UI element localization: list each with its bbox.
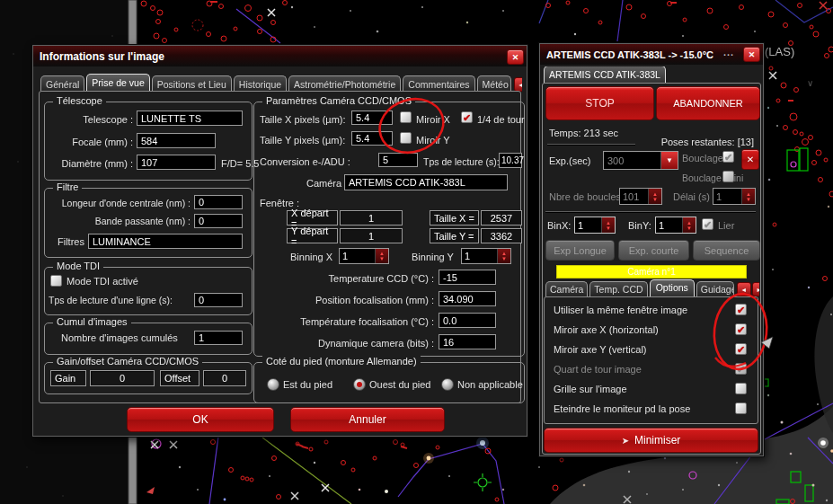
opt-grille-label: Grille sur l'image: [554, 384, 627, 394]
tab-guidage[interactable]: Guidage: [696, 281, 734, 296]
focale-field[interactable]: 584: [137, 133, 216, 148]
tab-options[interactable]: Options: [650, 279, 695, 296]
dropdown-icon[interactable]: ▼: [660, 152, 678, 169]
minimiser-button[interactable]: ➤ Minimiser: [544, 428, 758, 453]
tab-positions-et-lieu[interactable]: Positions et Lieu: [152, 75, 232, 92]
position-focalisation-field[interactable]: 34.090: [439, 291, 496, 306]
spinner-arrows-icon[interactable]: ▲▼: [648, 189, 661, 204]
taille-x-win-field[interactable]: 2537: [481, 210, 522, 225]
nombre-field[interactable]: 1: [194, 331, 243, 345]
bouclage-infini-checkbox[interactable]: [722, 171, 734, 182]
camera-label: Caméra: [306, 178, 341, 189]
subtab-scroll-left-icon[interactable]: ◄: [737, 282, 751, 296]
conversion-field[interactable]: 5: [378, 153, 418, 167]
annuler-button[interactable]: Annuler: [290, 407, 445, 432]
biny-spinner[interactable]: 1 ▲▼: [655, 217, 696, 234]
temp-focalisation-field[interactable]: 0.0: [439, 313, 496, 328]
subtab-scroll-right-icon[interactable]: ►: [752, 282, 759, 296]
taille-y-label: Taille Y pixels (µm):: [260, 135, 345, 146]
spinner-arrows-icon[interactable]: ▲▼: [741, 189, 755, 204]
opt-grille-checkbox[interactable]: [735, 383, 747, 394]
exp-courte-button[interactable]: Exp. courte: [618, 240, 689, 261]
ok-button[interactable]: OK: [127, 407, 274, 432]
delai-spinner[interactable]: 1 ▲▼: [713, 188, 756, 205]
tab-general[interactable]: Général: [40, 75, 84, 92]
longueur-field[interactable]: 0: [194, 195, 243, 209]
camera-field[interactable]: ARTEMIS CCD ATIK-383L: [344, 174, 508, 190]
bouclage-checkbox[interactable]: ✔: [722, 151, 734, 163]
opt-miroir-y-checkbox[interactable]: ✔: [735, 343, 747, 355]
ccd-subtabs: Caméra Temp. CCD Options Guidage ◄ ►: [545, 279, 759, 296]
radio-non-applicable[interactable]: [441, 378, 454, 391]
dynamique-label: Dynamique camera (bits) :: [272, 338, 434, 349]
binx-spinner[interactable]: 1 ▲▼: [574, 217, 616, 234]
camera-progress-bar: Caméra n°1: [556, 265, 747, 279]
taille-x-field[interactable]: 5.4: [351, 111, 393, 125]
spinner-arrows-icon[interactable]: ▲▼: [601, 217, 615, 233]
tab-scroll-left-icon[interactable]: ◄: [514, 77, 522, 92]
nbre-boucles-spinner[interactable]: 101 ▲▼: [619, 188, 662, 205]
tab-commentaires[interactable]: Commentaires: [403, 75, 474, 92]
info-tabs: Général Prise de vue Positions et Lieu H…: [40, 73, 522, 92]
tps-lecture-field[interactable]: 10.37: [499, 153, 522, 168]
spinner-arrows-icon[interactable]: ▲▼: [682, 217, 696, 233]
radio-ouest-du-pied[interactable]: [353, 378, 366, 391]
quart-tour-checkbox[interactable]: ✔: [461, 111, 473, 123]
nbre-boucles-label: Nbre de boucles: [549, 191, 621, 202]
radio-est-du-pied[interactable]: [267, 378, 279, 391]
diametre-field[interactable]: 107: [137, 155, 216, 170]
spinner-arrows-icon[interactable]: ▲▼: [497, 249, 510, 263]
tab-camera[interactable]: Caméra: [545, 281, 588, 296]
taille-y-field[interactable]: 5.4: [351, 131, 393, 146]
binning-y-spinner[interactable]: 1 ▲▼: [461, 248, 511, 264]
exp-combo[interactable]: 300 ▼: [603, 151, 678, 170]
dynamique-field[interactable]: 16: [439, 334, 496, 349]
stop-button[interactable]: STOP: [545, 86, 654, 120]
opt-quart-tour-checkbox[interactable]: ✔: [735, 363, 747, 375]
y-depart-field[interactable]: 1: [340, 228, 403, 243]
offset-field[interactable]: 0: [203, 370, 246, 386]
tdi-checkbox-label: Mode TDI activé: [66, 276, 138, 287]
gain-field[interactable]: 0: [90, 370, 155, 386]
abandonner-button[interactable]: ABANDONNER: [656, 86, 760, 120]
lier-label: Lier: [718, 220, 734, 231]
info-dialog-titlebar[interactable]: Informations sur l'image: [33, 46, 527, 66]
tps-ligne-field[interactable]: 0: [194, 293, 243, 307]
miroir-y-checkbox[interactable]: [400, 132, 412, 144]
tab-artemis-ccd[interactable]: ARTEMIS CCD ATIK-383L: [544, 66, 666, 84]
close-icon[interactable]: ✕: [743, 47, 760, 62]
opt-miroir-x-checkbox[interactable]: ✔: [735, 323, 747, 335]
telescope-field[interactable]: LUNETTE TS: [137, 111, 243, 126]
tab-temp-ccd[interactable]: Temp. CCD: [589, 281, 647, 296]
close-icon[interactable]: ✕: [507, 49, 524, 65]
nombre-label: Nombre d'images cumulés: [61, 332, 178, 343]
taille-x-win-label-cell: Taille X =: [430, 210, 479, 225]
radio-na-label: Non applicable: [457, 379, 523, 390]
miroir-x-checkbox[interactable]: [400, 111, 412, 123]
group-gain-offset: Gain/offset Caméra CCD/CMOS Gain 0 Offse…: [44, 362, 253, 394]
tab-historique[interactable]: Historique: [234, 75, 287, 92]
sequence-button[interactable]: Sequence: [693, 240, 760, 261]
exp-longue-button[interactable]: Exp Longue: [545, 240, 615, 261]
bande-field[interactable]: 0: [194, 214, 243, 228]
binning-x-spinner[interactable]: 1 ▲▼: [339, 248, 389, 264]
minimize-icon[interactable]: ...: [723, 47, 734, 57]
binning-x-label: Binning X: [290, 252, 332, 262]
lier-checkbox[interactable]: ✔: [702, 218, 713, 230]
opt-eteindre-checkbox[interactable]: [735, 402, 747, 414]
spinner-arrows-icon[interactable]: ▲▼: [375, 249, 388, 263]
tab-astrometrie[interactable]: Astrométrie/Photométrie: [288, 75, 401, 92]
x-depart-field[interactable]: 1: [340, 210, 403, 225]
info-dialog-title: Informations sur l'image: [40, 50, 164, 63]
taille-y-win-field[interactable]: 3362: [481, 228, 522, 243]
tab-meteo[interactable]: Météo: [477, 75, 511, 92]
temp-ccd-field[interactable]: -15: [439, 270, 496, 285]
radio-est-label: Est du pied: [283, 379, 332, 390]
separator: [547, 144, 635, 145]
offset-label-cell: Offset: [160, 370, 199, 386]
tdi-checkbox[interactable]: [50, 275, 62, 287]
tab-prise-de-vue[interactable]: Prise de vue: [86, 74, 149, 92]
exp-close-icon[interactable]: ✕: [741, 149, 759, 170]
opt-meme-fenetre-checkbox[interactable]: ✔: [735, 304, 747, 315]
filtres-field[interactable]: LUMINANCE: [88, 234, 243, 249]
